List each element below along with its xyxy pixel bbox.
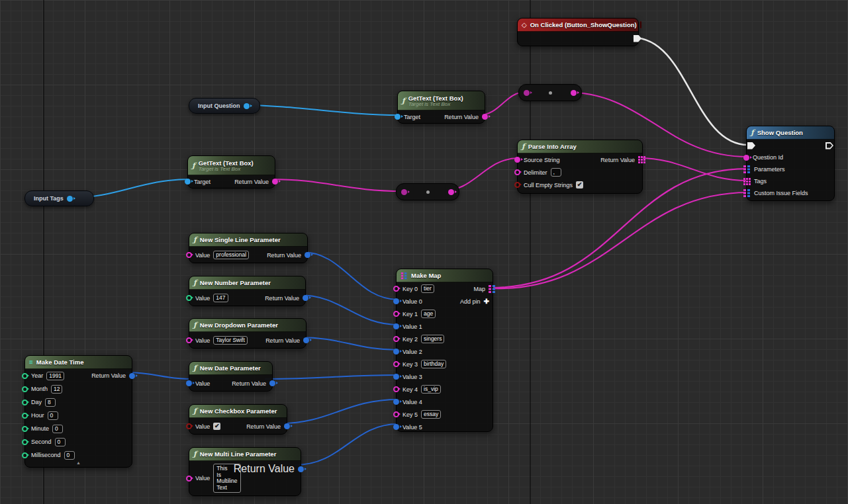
node-new-number-parameter[interactable]: New Number Parameter Value147 Return Val… <box>189 276 306 306</box>
node-show-question[interactable]: Show Question Question Id Parameters Tag… <box>746 126 835 201</box>
key-4-input[interactable]: is_vip <box>421 385 441 394</box>
node-gettext-tags[interactable]: GetText (Text Box) Target is Text Box Ta… <box>187 155 275 189</box>
wire-dateparam-to-value3[interactable] <box>265 375 399 379</box>
variable-node-input-tags[interactable]: Input Tags <box>24 190 94 206</box>
wire-dropdown-to-value2[interactable] <box>299 337 399 350</box>
hour-pin[interactable] <box>22 413 28 419</box>
minute-pin[interactable] <box>22 426 28 432</box>
cull-empty-strings-pin[interactable] <box>514 182 520 188</box>
wire-inputquestion-to-gettext[interactable] <box>239 105 399 115</box>
millisecond-input[interactable]: 0 <box>64 451 75 460</box>
value-3-pin[interactable] <box>393 374 399 380</box>
value-pin[interactable] <box>186 380 192 386</box>
variable-output-pin[interactable] <box>67 196 73 202</box>
key-0-pin[interactable] <box>393 286 399 292</box>
day-input[interactable]: 8 <box>45 398 56 407</box>
value-pin[interactable] <box>186 295 192 301</box>
node-on-clicked[interactable]: On Clicked (Button_ShowQuestion) <box>517 18 639 46</box>
wire-singleline-to-value0[interactable] <box>302 252 399 300</box>
reroute-node[interactable] <box>396 183 459 200</box>
value-pin[interactable] <box>186 252 192 258</box>
key-1-input[interactable]: age <box>421 310 436 318</box>
value-4-pin[interactable] <box>393 399 399 405</box>
custom-issue-fields-map-pin[interactable] <box>743 189 751 197</box>
hour-input[interactable]: 0 <box>48 411 58 420</box>
value-0-pin[interactable] <box>393 298 399 304</box>
return-value-pin[interactable] <box>284 423 290 429</box>
node-new-multi-line-parameter[interactable]: New Multi Line Parameter ValueThis Is Mu… <box>189 447 301 496</box>
value-pin[interactable] <box>186 337 192 343</box>
wire-number-to-value1[interactable] <box>299 295 399 325</box>
year-input[interactable]: 1991 <box>46 372 64 380</box>
wire-makemap-to-customissuefields[interactable] <box>491 192 748 288</box>
node-gettext-question[interactable]: GetText (Text Box) Target is Text Box Ta… <box>397 91 485 124</box>
source-string-pin[interactable] <box>514 157 520 163</box>
key-1-pin[interactable] <box>393 311 399 317</box>
month-pin[interactable] <box>22 386 28 392</box>
exec-out-pin[interactable] <box>634 35 641 42</box>
value-1-pin[interactable] <box>393 323 399 329</box>
return-value-pin[interactable] <box>482 114 488 120</box>
parameters-map-pin[interactable] <box>743 165 751 173</box>
reroute-in-pin[interactable] <box>401 189 407 195</box>
collapse-toggle[interactable] <box>25 460 132 466</box>
key-3-pin[interactable] <box>393 361 399 367</box>
value-input[interactable]: professional <box>213 251 249 259</box>
node-new-single-line-parameter[interactable]: New Single Line Parameter Valueprofessio… <box>189 233 308 263</box>
second-input[interactable]: 0 <box>55 438 66 446</box>
delimiter-input[interactable]: , <box>551 168 561 177</box>
value-2-pin[interactable] <box>393 349 399 355</box>
map-output-pin[interactable] <box>489 285 496 293</box>
add-pin-button[interactable] <box>484 298 489 305</box>
question-id-pin[interactable] <box>743 155 749 161</box>
value-pin[interactable] <box>186 476 192 482</box>
node-make-map[interactable]: Make Map Key 0tier Map Value 0 Add pin K… <box>396 269 493 432</box>
node-parse-into-array[interactable]: Parse Into Array Source String Return Va… <box>517 140 643 194</box>
key-3-input[interactable]: birthday <box>421 360 446 368</box>
reroute-knot[interactable] <box>426 190 430 194</box>
value-input[interactable]: Taylor Swift <box>213 336 247 345</box>
return-value-pin[interactable] <box>269 380 275 386</box>
node-new-dropdown-parameter[interactable]: New Dropdown Parameter ValueTaylor Swift… <box>189 318 306 349</box>
target-pin[interactable] <box>185 179 191 185</box>
wire-checkbox-to-value4[interactable] <box>280 399 399 423</box>
node-make-date-time[interactable]: Make Date Time Year1991 Return Value Mon… <box>24 355 132 468</box>
return-value-pin[interactable] <box>305 252 310 258</box>
node-new-checkbox-parameter[interactable]: New Checkbox Parameter Value Return Valu… <box>189 404 287 435</box>
wire-gettext-to-reroute-b[interactable] <box>269 179 403 191</box>
key-4-pin[interactable] <box>393 386 399 392</box>
tags-array-pin[interactable] <box>743 178 751 185</box>
key-5-pin[interactable] <box>393 411 399 417</box>
wire-exec-onclicked-to-showquestion[interactable] <box>633 38 748 145</box>
reroute-out-pin[interactable] <box>448 189 454 195</box>
minute-input[interactable]: 0 <box>52 425 63 433</box>
exec-out-pin[interactable] <box>825 142 833 149</box>
key-2-pin[interactable] <box>393 336 399 342</box>
day-pin[interactable] <box>22 399 28 405</box>
value-5-pin[interactable] <box>393 424 399 430</box>
key-0-input[interactable]: tier <box>421 284 434 293</box>
variable-output-pin[interactable] <box>244 103 250 109</box>
debug-indicator[interactable] <box>640 21 641 28</box>
blueprint-graph-canvas[interactable]: On Clicked (Button_ShowQuestion) Input Q… <box>0 0 848 504</box>
millisecond-pin[interactable] <box>22 452 28 458</box>
exec-in-pin[interactable] <box>747 142 755 149</box>
key-2-input[interactable]: singers <box>421 335 444 343</box>
target-pin[interactable] <box>395 114 400 120</box>
value-input[interactable]: 147 <box>213 294 228 302</box>
value-checkbox[interactable] <box>213 423 220 430</box>
second-pin[interactable] <box>22 439 28 445</box>
return-value-pin[interactable] <box>129 373 135 379</box>
month-input[interactable]: 12 <box>51 385 62 394</box>
return-value-array-pin[interactable] <box>638 156 645 163</box>
value-pin[interactable] <box>186 423 192 429</box>
cull-empty-strings-checkbox[interactable] <box>576 181 583 189</box>
return-value-pin[interactable] <box>298 466 304 472</box>
delimiter-pin[interactable] <box>514 169 520 175</box>
return-value-pin[interactable] <box>303 295 308 301</box>
variable-node-input-question[interactable]: Input Question <box>189 98 260 114</box>
reroute-knot[interactable] <box>549 91 552 95</box>
reroute-in-pin[interactable] <box>524 90 530 96</box>
return-value-pin[interactable] <box>272 179 278 185</box>
return-value-pin[interactable] <box>303 337 309 343</box>
